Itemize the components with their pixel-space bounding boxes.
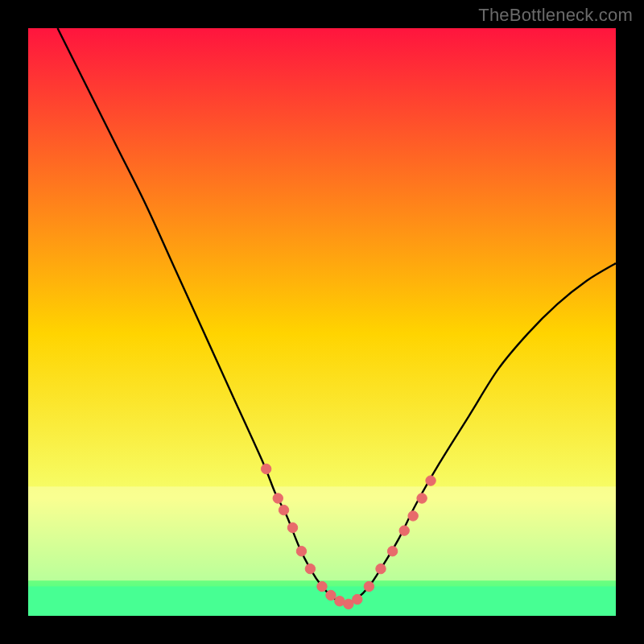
curve-dot — [364, 581, 374, 591]
curve-dot — [426, 476, 436, 485]
curve-dot — [376, 564, 386, 573]
chart-frame: TheBottleneck.com — [0, 0, 644, 644]
curve-dot — [408, 511, 418, 521]
curve-dot — [287, 522, 297, 532]
curve-dot — [279, 505, 288, 514]
watermark-text: TheBottleneck.com — [478, 5, 633, 26]
curve-dot — [387, 547, 397, 556]
curve-dot — [353, 594, 362, 604]
curve-dot — [261, 464, 270, 473]
curve-dot — [273, 493, 283, 503]
highlight-band — [28, 486, 616, 580]
curve-dot — [344, 599, 353, 609]
curve-dot — [296, 547, 306, 556]
curve-dot — [317, 581, 327, 591]
curve-chart — [28, 28, 616, 616]
curve-dot — [399, 526, 409, 535]
curve-dot — [417, 493, 427, 503]
curve-dot — [305, 564, 315, 573]
curve-dot — [326, 590, 336, 600]
plot-area — [28, 28, 616, 616]
